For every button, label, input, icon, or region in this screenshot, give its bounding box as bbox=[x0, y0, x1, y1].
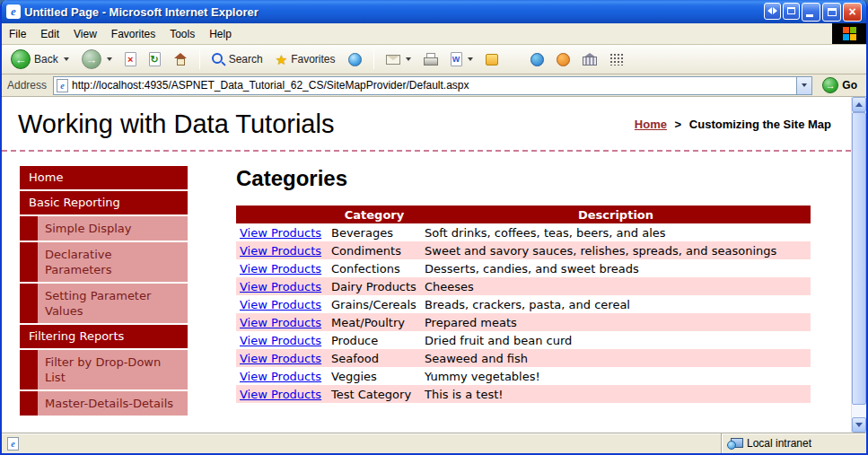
status-left-panel: e bbox=[2, 433, 721, 453]
minimize-button[interactable] bbox=[802, 3, 820, 22]
maximize-button[interactable] bbox=[822, 3, 841, 22]
media-button[interactable] bbox=[343, 50, 367, 69]
main-content: Categories Category Description View Pro bbox=[236, 166, 851, 403]
sidebar-indent bbox=[20, 216, 38, 241]
title-extra-window-button[interactable] bbox=[783, 3, 800, 20]
mail-dropdown-caret-icon[interactable] bbox=[406, 57, 411, 61]
sidebar-item-filter-by-drop-down-list[interactable]: Filter by Drop-Down List bbox=[20, 350, 188, 389]
search-button[interactable]: Search bbox=[206, 50, 268, 69]
sidebar-item-home[interactable]: Home bbox=[20, 166, 188, 189]
mail-icon bbox=[386, 55, 400, 65]
refresh-button[interactable]: ↻ bbox=[144, 49, 166, 69]
page-body: Home Basic Reporting Simple Display Decl… bbox=[2, 152, 851, 417]
menu-help[interactable]: Help bbox=[202, 23, 239, 44]
menu-tools[interactable]: Tools bbox=[162, 23, 202, 44]
table-row: View Products Dairy Products Cheeses bbox=[236, 277, 811, 295]
sidebar-item-filtering-reports[interactable]: Filtering Reports bbox=[20, 325, 188, 348]
view-products-link[interactable]: View Products bbox=[240, 334, 321, 347]
view-products-link[interactable]: View Products bbox=[240, 352, 321, 365]
scroll-down-button[interactable] bbox=[852, 417, 866, 433]
description-cell: Seaweed and fish bbox=[421, 349, 811, 367]
messenger-button[interactable] bbox=[525, 50, 549, 69]
category-cell: Confections bbox=[328, 259, 421, 277]
page-content: Working with Data Tutorials Home > Custo… bbox=[2, 97, 851, 433]
vertical-scrollbar[interactable] bbox=[851, 97, 866, 433]
home-button[interactable] bbox=[168, 50, 193, 68]
sidebar-item-simple-display[interactable]: Simple Display bbox=[20, 216, 188, 241]
table-row: View Products Confections Desserts, cand… bbox=[236, 259, 811, 277]
view-products-link[interactable]: View Products bbox=[240, 370, 321, 383]
sidebar-item-declarative-parameters[interactable]: Declarative Parameters bbox=[20, 242, 188, 282]
discuss-button[interactable] bbox=[480, 51, 504, 68]
table-row: View Products Meat/Poultry Prepared meat… bbox=[236, 313, 811, 331]
windows-logo bbox=[832, 23, 866, 44]
home-icon bbox=[173, 53, 188, 66]
menu-view[interactable]: View bbox=[66, 23, 104, 44]
msn-icon bbox=[557, 53, 570, 66]
back-button[interactable]: ← Back bbox=[5, 47, 75, 72]
view-products-link[interactable]: View Products bbox=[240, 244, 321, 258]
sidebar-menu: Home Basic Reporting Simple Display Decl… bbox=[20, 166, 188, 417]
mail-button[interactable] bbox=[381, 52, 416, 67]
menu-edit[interactable]: Edit bbox=[33, 23, 66, 44]
close-button[interactable]: × bbox=[843, 3, 862, 22]
go-button[interactable]: → Go bbox=[817, 77, 863, 93]
sidebar-item-basic-reporting[interactable]: Basic Reporting bbox=[20, 191, 188, 214]
forward-dropdown-caret-icon[interactable] bbox=[107, 57, 112, 61]
stop-button[interactable]: × bbox=[119, 49, 142, 69]
edit-with-word-button[interactable]: W bbox=[445, 49, 478, 69]
window-title: Untitled Page - Microsoft Internet Explo… bbox=[24, 5, 760, 19]
minimize-icon bbox=[806, 14, 813, 17]
category-cell: Veggies bbox=[328, 367, 421, 385]
grid-button[interactable] bbox=[604, 50, 628, 68]
address-dropdown-button[interactable] bbox=[796, 77, 811, 94]
favorites-button[interactable]: ★ Favorites bbox=[270, 50, 341, 69]
status-zone-panel: Local intranet bbox=[721, 433, 866, 453]
edit-dropdown-caret-icon[interactable] bbox=[468, 57, 473, 61]
scroll-up-button[interactable] bbox=[852, 97, 866, 112]
sidebar-indent bbox=[20, 284, 38, 323]
address-url[interactable]: http://localhost:4935/ASPNET_Data_Tutori… bbox=[72, 79, 793, 92]
sidebar-item-master-details-details[interactable]: Master-Details-Details bbox=[20, 391, 188, 416]
sidebar-item-setting-parameter-values[interactable]: Setting Parameter Values bbox=[20, 284, 188, 323]
site-header: Working with Data Tutorials Home > Custo… bbox=[2, 97, 851, 152]
view-products-link[interactable]: View Products bbox=[240, 280, 321, 293]
view-products-link[interactable]: View Products bbox=[240, 262, 321, 276]
menu-spacer bbox=[239, 23, 832, 44]
category-cell: Meat/Poultry bbox=[328, 313, 421, 331]
title-extra-arrows-button[interactable] bbox=[764, 3, 781, 20]
header-cell-empty bbox=[236, 206, 328, 223]
address-input[interactable]: e http://localhost:4935/ASPNET_Data_Tuto… bbox=[53, 76, 812, 95]
menu-file[interactable]: File bbox=[2, 23, 33, 44]
msn-button[interactable] bbox=[551, 50, 575, 69]
forward-icon: → bbox=[82, 49, 101, 69]
media-globe-icon bbox=[348, 53, 362, 66]
back-dropdown-caret-icon[interactable] bbox=[64, 57, 69, 61]
research-button[interactable] bbox=[577, 50, 602, 68]
category-cell: Dairy Products bbox=[328, 277, 421, 295]
menu-favorites[interactable]: Favorites bbox=[104, 23, 162, 44]
word-document-icon: W bbox=[451, 52, 462, 66]
sidebar-item-label: Simple Display bbox=[38, 216, 188, 241]
local-intranet-icon bbox=[727, 438, 742, 450]
view-products-link[interactable]: View Products bbox=[240, 298, 321, 311]
forward-button[interactable]: → bbox=[76, 47, 118, 72]
sidebar-indent bbox=[20, 242, 38, 282]
view-products-link[interactable]: View Products bbox=[240, 226, 321, 240]
scrollbar-thumb[interactable] bbox=[852, 112, 866, 405]
breadcrumb-home-link[interactable]: Home bbox=[635, 118, 667, 131]
view-products-link[interactable]: View Products bbox=[240, 316, 321, 329]
table-row: View Products Veggies Yummy vegetables! bbox=[236, 367, 811, 385]
sidebar-item-label: Home bbox=[29, 171, 63, 184]
sidebar-indent bbox=[20, 350, 38, 389]
description-cell: Desserts, candies, and sweet breads bbox=[421, 259, 811, 277]
menu-bar: File Edit View Favorites Tools Help bbox=[2, 23, 866, 45]
category-cell: Test Category bbox=[328, 385, 421, 403]
standard-buttons-toolbar: ← Back → × ↻ Search ★ Favorites bbox=[2, 45, 866, 74]
zone-label: Local intranet bbox=[747, 437, 811, 450]
ie-logo-icon: e bbox=[6, 4, 21, 19]
print-button[interactable] bbox=[418, 50, 443, 68]
view-products-link[interactable]: View Products bbox=[240, 388, 321, 401]
print-icon bbox=[424, 53, 438, 66]
header-cell-description: Description bbox=[421, 206, 811, 223]
